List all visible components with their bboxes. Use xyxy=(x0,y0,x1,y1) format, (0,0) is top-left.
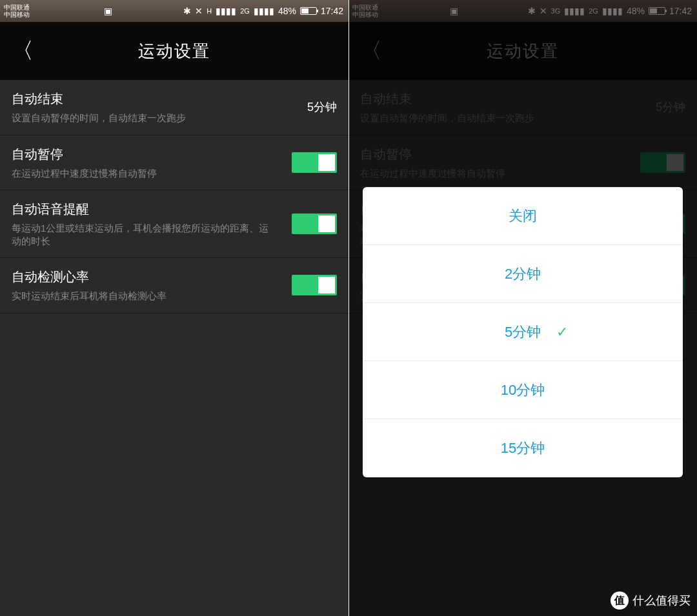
row-title: 自动暂停 xyxy=(12,146,157,163)
statusbar: 中国联通 中国移动 ▣ ✱ ✕ H ▮▮▮▮ 2G ▮▮▮▮ 48% 17:42 xyxy=(0,0,348,22)
dialog-option-close[interactable]: 关闭 xyxy=(363,187,683,245)
row-subtitle: 在运动过程中速度过慢将自动暂停 xyxy=(12,167,157,180)
page-title: 运动设置 xyxy=(0,40,348,63)
battery-pct: 48% xyxy=(278,6,296,16)
phone-left: 中国联通 中国移动 ▣ ✱ ✕ H ▮▮▮▮ 2G ▮▮▮▮ 48% 17:42… xyxy=(0,0,348,616)
toggle-heart-rate[interactable] xyxy=(292,275,337,295)
watermark-text: 什么值得买 xyxy=(632,593,691,608)
signal-icon: ▮▮▮▮ xyxy=(216,6,236,16)
row-voice-reminder[interactable]: 自动语音提醒 每运动1公里或结束运动后，耳机会播报您所运动的距离、运动的时长 xyxy=(0,190,348,258)
mute-icon: ✕ xyxy=(195,6,203,16)
app-header: 〈 运动设置 xyxy=(0,22,348,80)
row-subtitle: 每运动1公里或结束运动后，耳机会播报您所运动的距离、运动的时长 xyxy=(12,222,270,247)
signal-icon-2: ▮▮▮▮ xyxy=(254,6,274,16)
battery-icon xyxy=(300,7,317,15)
dialog-option-5min[interactable]: 5分钟 ✓ xyxy=(363,303,683,361)
dialog-option-15min[interactable]: 15分钟 xyxy=(363,419,683,477)
toggle-auto-pause[interactable] xyxy=(292,152,337,173)
row-auto-end[interactable]: 自动结束 设置自动暂停的时间，自动结束一次跑步 5分钟 xyxy=(0,80,348,135)
toggle-voice[interactable] xyxy=(292,214,337,234)
carrier-2: 中国移动 xyxy=(4,11,30,18)
row-subtitle: 实时运动结束后耳机将自动检测心率 xyxy=(12,290,167,303)
dialog-option-2min[interactable]: 2分钟 xyxy=(363,245,683,303)
watermark: 值 什么值得买 xyxy=(611,591,691,610)
row-subtitle: 设置自动暂停的时间，自动结束一次跑步 xyxy=(12,112,186,124)
phone-right: 中国联通 中国移动 ▣ ✱ ✕ 3G ▮▮▮▮ 2G ▮▮▮▮ 48% 17:4… xyxy=(348,0,697,616)
dialog-option-label: 10分钟 xyxy=(501,381,545,400)
row-value: 5分钟 xyxy=(307,99,337,115)
carrier-1: 中国联通 xyxy=(4,4,30,11)
row-title: 自动结束 xyxy=(12,90,186,108)
dialog-option-label: 关闭 xyxy=(509,206,537,226)
screenshot-divider xyxy=(348,0,349,616)
dialog-option-label: 5分钟 xyxy=(505,323,541,342)
net-2g: 2G xyxy=(240,7,250,15)
clock: 17:42 xyxy=(321,6,343,16)
row-title: 自动语音提醒 xyxy=(12,201,270,218)
watermark-icon: 值 xyxy=(611,591,629,610)
back-button[interactable]: 〈 xyxy=(12,36,34,66)
settings-list: 自动结束 设置自动暂停的时间，自动结束一次跑步 5分钟 自动暂停 在运动过程中速… xyxy=(0,80,348,313)
duration-dialog: 关闭 2分钟 5分钟 ✓ 10分钟 15分钟 xyxy=(363,187,683,477)
bluetooth-icon: ✱ xyxy=(183,6,191,16)
check-icon: ✓ xyxy=(556,324,568,341)
row-heart-rate[interactable]: 自动检测心率 实时运动结束后耳机将自动检测心率 xyxy=(0,258,348,313)
row-title: 自动检测心率 xyxy=(12,268,167,286)
dialog-option-label: 2分钟 xyxy=(505,264,541,284)
sim-icon: ▣ xyxy=(104,6,112,16)
net-indicator: H xyxy=(207,7,212,15)
dialog-option-label: 15分钟 xyxy=(501,439,545,458)
dialog-option-10min[interactable]: 10分钟 xyxy=(363,361,683,419)
row-auto-pause[interactable]: 自动暂停 在运动过程中速度过慢将自动暂停 xyxy=(0,135,348,191)
